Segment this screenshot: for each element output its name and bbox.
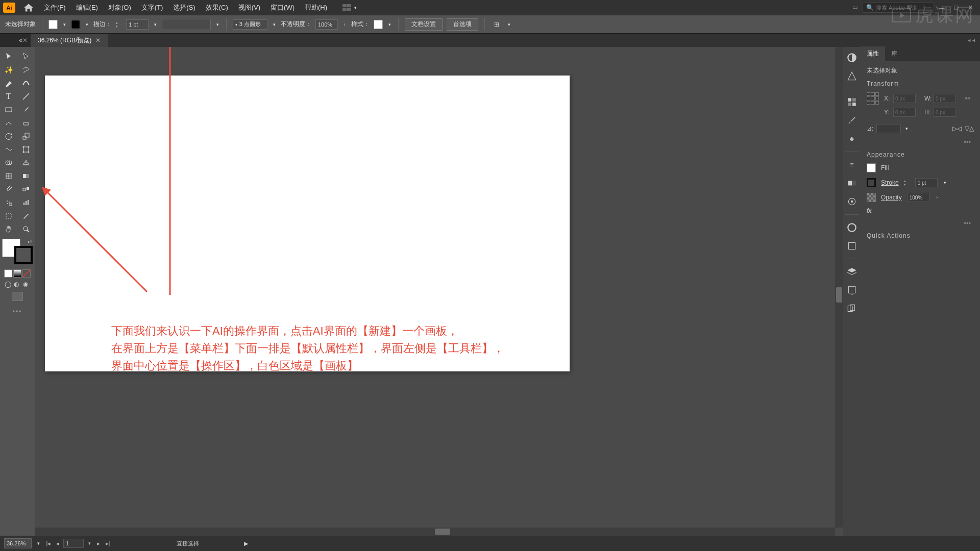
panel-expand-icon[interactable]: ◄◄ <box>963 38 980 43</box>
artboard-tool[interactable] <box>0 209 17 222</box>
blend-tool[interactable] <box>17 183 35 196</box>
color-guide-panel-icon[interactable] <box>846 70 857 82</box>
fill-swatch[interactable] <box>48 20 58 29</box>
mesh-tool[interactable] <box>0 169 17 183</box>
flip-horizontal-icon[interactable]: ▷◁ <box>952 125 962 132</box>
eraser-tool[interactable] <box>17 116 35 130</box>
panel-fx-label[interactable]: fx. <box>867 207 974 214</box>
artboard-number-field[interactable]: 1 <box>63 539 84 548</box>
paintbrush-tool[interactable] <box>17 103 35 116</box>
column-graph-tool[interactable] <box>17 196 35 209</box>
appearance-panel-icon[interactable] <box>846 222 857 233</box>
horizontal-scrollbar[interactable] <box>35 528 835 536</box>
transform-more-icon[interactable]: ••• <box>867 138 974 146</box>
zoom-tool[interactable] <box>17 222 35 236</box>
hand-tool[interactable] <box>0 222 17 236</box>
transform-w-field[interactable]: 0 px <box>934 94 956 103</box>
arrange-documents-icon[interactable]: ▭ <box>848 3 862 12</box>
transform-y-field[interactable]: 0 px <box>893 108 916 117</box>
width-tool[interactable] <box>0 143 17 156</box>
menu-window[interactable]: 窗口(W) <box>265 0 300 15</box>
align-to-button[interactable]: ⊞ <box>491 19 502 30</box>
close-tab-icon[interactable]: ✕ <box>95 37 101 44</box>
type-tool[interactable]: T <box>0 90 17 103</box>
transparency-panel-icon[interactable] <box>846 196 857 207</box>
color-panel-icon[interactable] <box>846 52 857 63</box>
panel-opacity-label[interactable]: Opacity <box>881 194 902 201</box>
stroke-swatch[interactable] <box>71 20 80 29</box>
color-mode-solid[interactable] <box>4 269 12 278</box>
brushes-panel-icon[interactable] <box>846 115 857 126</box>
panel-stroke-swatch[interactable] <box>867 178 876 187</box>
reference-point[interactable] <box>867 92 879 105</box>
panel-opacity-swatch[interactable] <box>867 193 876 202</box>
fill-stroke-control[interactable]: ⇄ <box>2 239 33 264</box>
eyedropper-tool[interactable] <box>0 183 17 196</box>
close-button[interactable]: ✕ <box>964 3 977 12</box>
transform-h-field[interactable]: 0 px <box>934 108 956 117</box>
next-artboard-icon[interactable]: ▸ <box>95 540 102 547</box>
symbol-sprayer-tool[interactable] <box>0 196 17 209</box>
panel-stroke-stepper[interactable]: ▴▾ <box>904 178 910 188</box>
preferences-button[interactable]: 首选项 <box>447 18 478 31</box>
color-mode-none[interactable] <box>22 269 31 278</box>
shape-builder-tool[interactable] <box>0 156 17 169</box>
workspace-switcher[interactable]: ▾ <box>342 3 358 13</box>
swatches-panel-icon[interactable] <box>846 96 857 108</box>
tab-libraries[interactable]: 库 <box>885 46 903 61</box>
draw-behind-icon[interactable]: ◐ <box>14 281 21 288</box>
stroke-panel-icon[interactable]: ≡ <box>846 159 857 170</box>
document-setup-button[interactable]: 文档设置 <box>405 18 443 31</box>
document-tab[interactable]: 36.26% (RGB/预览) ✕ <box>31 34 108 47</box>
graphic-styles-panel-icon[interactable] <box>846 240 857 252</box>
stroke-weight-field[interactable]: 1 pt <box>126 19 149 30</box>
menu-file[interactable]: 文件(F) <box>39 0 71 15</box>
help-search[interactable]: 🔍 <box>863 3 934 13</box>
flip-vertical-icon[interactable]: ▽△ <box>965 125 974 132</box>
symbols-panel-icon[interactable]: ♣ <box>846 133 857 144</box>
zoom-level[interactable]: 36.26% <box>4 538 32 548</box>
selection-tool[interactable] <box>0 50 17 63</box>
stroke-stepper[interactable]: ▴▾ <box>116 19 122 30</box>
gradient-panel-icon[interactable] <box>846 178 857 189</box>
minimize-button[interactable]: — <box>935 3 948 12</box>
brush-definition[interactable]: •3 点圆形 <box>233 19 267 30</box>
rectangle-tool[interactable] <box>0 103 17 116</box>
rotate-field[interactable] <box>876 124 901 133</box>
swap-fill-stroke-icon[interactable]: ⇄ <box>28 239 32 244</box>
menu-object[interactable]: 对象(O) <box>103 0 136 15</box>
edit-toolbar-icon[interactable]: ••• <box>0 308 35 315</box>
scale-tool[interactable] <box>17 130 35 143</box>
line-tool[interactable] <box>17 90 35 103</box>
canvas-area[interactable]: ↖ 下面我们来认识一下AI的操作界面，点击AI界面的【新建】一个画板， 在界面上… <box>35 47 843 536</box>
help-search-input[interactable] <box>876 5 927 11</box>
menu-select[interactable]: 选择(S) <box>168 0 200 15</box>
asset-export-panel-icon[interactable] <box>846 285 857 296</box>
vertical-scrollbar[interactable] <box>835 47 843 528</box>
curvature-tool[interactable] <box>17 77 35 90</box>
appearance-more-icon[interactable]: ••• <box>867 219 974 227</box>
maximize-button[interactable]: ▢ <box>949 3 963 12</box>
opacity-field[interactable]: 100% <box>315 19 338 30</box>
panel-stroke-weight[interactable]: 1 pt <box>915 178 938 187</box>
artboards-panel-icon[interactable] <box>846 303 857 314</box>
menu-effect[interactable]: 效果(C) <box>201 0 233 15</box>
draw-inside-icon[interactable]: ◉ <box>23 281 30 288</box>
last-artboard-icon[interactable]: ▸| <box>104 540 111 547</box>
tab-properties[interactable]: 属性 <box>861 46 885 61</box>
magic-wand-tool[interactable]: ✨ <box>0 63 17 77</box>
layers-panel-icon[interactable] <box>846 266 857 278</box>
transform-x-field[interactable]: 0 px <box>893 94 916 103</box>
draw-normal-icon[interactable]: ◯ <box>5 281 12 288</box>
screen-mode-button[interactable] <box>12 292 23 301</box>
menu-help[interactable]: 帮助(H) <box>300 0 332 15</box>
perspective-grid-tool[interactable] <box>17 156 35 169</box>
graphic-style-swatch[interactable] <box>374 20 383 29</box>
menu-type[interactable]: 文字(T) <box>136 0 168 15</box>
first-artboard-icon[interactable]: |◂ <box>45 540 52 547</box>
panel-opacity-field[interactable]: 100% <box>907 193 929 202</box>
color-mode-gradient[interactable] <box>13 269 21 278</box>
menu-view[interactable]: 视图(V) <box>233 0 265 15</box>
rotate-tool[interactable] <box>0 130 17 143</box>
collapsed-tab[interactable]: «✕ <box>0 34 31 47</box>
